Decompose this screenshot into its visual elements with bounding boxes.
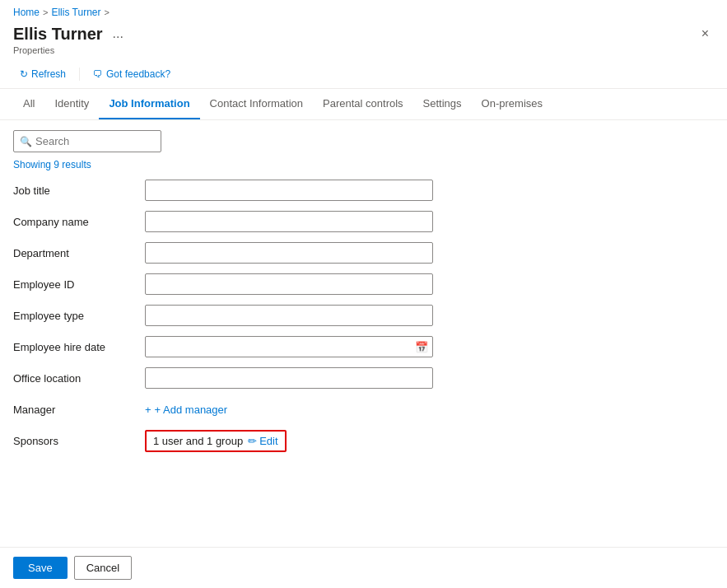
job-title-label: Job title — [13, 184, 145, 197]
breadcrumb-sep1: > — [43, 7, 48, 17]
employee-type-row: Employee type — [13, 304, 714, 327]
content-area: 🔍 Showing 9 results Job title Company na… — [0, 120, 727, 547]
sponsors-edit-button[interactable]: ✏ Edit — [248, 435, 277, 447]
feedback-label: Got feedback? — [106, 68, 170, 80]
employee-type-label: Employee type — [13, 310, 145, 322]
office-location-row: Office location — [13, 366, 714, 390]
breadcrumb: Home > Ellis Turner > — [0, 0, 727, 21]
employee-id-row: Employee ID — [13, 273, 714, 296]
employee-hire-date-input[interactable] — [145, 336, 433, 357]
edit-label: Edit — [259, 435, 277, 447]
footer: Save Cancel — [0, 547, 727, 588]
tab-job-information[interactable]: Job Information — [99, 89, 199, 119]
employee-id-label: Employee ID — [13, 278, 145, 291]
close-button[interactable]: × — [697, 23, 714, 44]
breadcrumb-user[interactable]: Ellis Turner — [51, 7, 100, 18]
manager-label: Manager — [13, 404, 145, 416]
company-name-label: Company name — [13, 216, 145, 228]
add-manager-button[interactable]: + + Add manager — [145, 404, 227, 416]
feedback-button[interactable]: 🗨 Got feedback? — [86, 65, 177, 83]
employee-hire-date-label: Employee hire date — [13, 341, 145, 353]
feedback-icon: 🗨 — [93, 68, 103, 80]
company-name-row: Company name — [13, 210, 714, 233]
sponsors-row: Sponsors 1 user and 1 group ✏ Edit — [13, 429, 714, 452]
add-manager-icon: + — [145, 404, 151, 416]
page-title: Ellis Turner — [13, 25, 103, 44]
employee-id-input[interactable] — [145, 273, 433, 295]
toolbar: ↻ Refresh 🗨 Got feedback? — [0, 60, 727, 89]
breadcrumb-home[interactable]: Home — [13, 7, 40, 18]
page-header-left: Ellis Turner ... — [13, 25, 127, 44]
tab-settings[interactable]: Settings — [413, 89, 472, 119]
tab-on-premises[interactable]: On-premises — [472, 89, 552, 119]
add-manager-label: + Add manager — [155, 404, 228, 416]
job-title-row: Job title — [13, 179, 714, 202]
refresh-button[interactable]: ↻ Refresh — [13, 65, 72, 83]
sponsors-value: 1 user and 1 group — [153, 435, 243, 447]
breadcrumb-sep2: > — [104, 7, 109, 17]
edit-icon: ✏ — [248, 435, 257, 447]
sponsors-value-wrap: 1 user and 1 group ✏ Edit — [145, 430, 287, 452]
toolbar-divider — [79, 68, 80, 81]
office-location-input[interactable] — [145, 367, 433, 389]
search-box: 🔍 — [13, 130, 161, 152]
manager-row: Manager + + Add manager — [13, 398, 714, 421]
tabs-bar: All Identity Job Information Contact Inf… — [0, 89, 727, 120]
date-input-wrap: 📅 — [145, 336, 433, 357]
employee-hire-date-row: Employee hire date 📅 — [13, 335, 714, 358]
search-icon: 🔍 — [20, 136, 32, 147]
save-button[interactable]: Save — [13, 557, 68, 579]
page-container: Home > Ellis Turner > Ellis Turner ... ×… — [0, 0, 727, 588]
company-name-input[interactable] — [145, 211, 433, 232]
department-label: Department — [13, 247, 145, 259]
job-title-input[interactable] — [145, 180, 433, 201]
tab-all[interactable]: All — [13, 89, 44, 119]
sponsors-label: Sponsors — [13, 435, 145, 447]
department-input[interactable] — [145, 242, 433, 264]
office-location-label: Office location — [13, 372, 145, 385]
refresh-icon: ↻ — [20, 68, 28, 80]
tab-identity[interactable]: Identity — [44, 89, 99, 119]
employee-type-input[interactable] — [145, 305, 433, 326]
more-options-button[interactable]: ... — [110, 25, 127, 43]
cancel-button[interactable]: Cancel — [74, 556, 132, 580]
results-label: Showing 9 results — [13, 159, 714, 170]
tab-contact-information[interactable]: Contact Information — [200, 89, 313, 119]
page-header: Ellis Turner ... × — [0, 21, 727, 44]
tab-parental-controls[interactable]: Parental controls — [313, 89, 413, 119]
department-row: Department — [13, 241, 714, 264]
refresh-label: Refresh — [31, 68, 66, 80]
properties-label: Properties — [0, 44, 727, 60]
search-input[interactable] — [13, 130, 161, 152]
